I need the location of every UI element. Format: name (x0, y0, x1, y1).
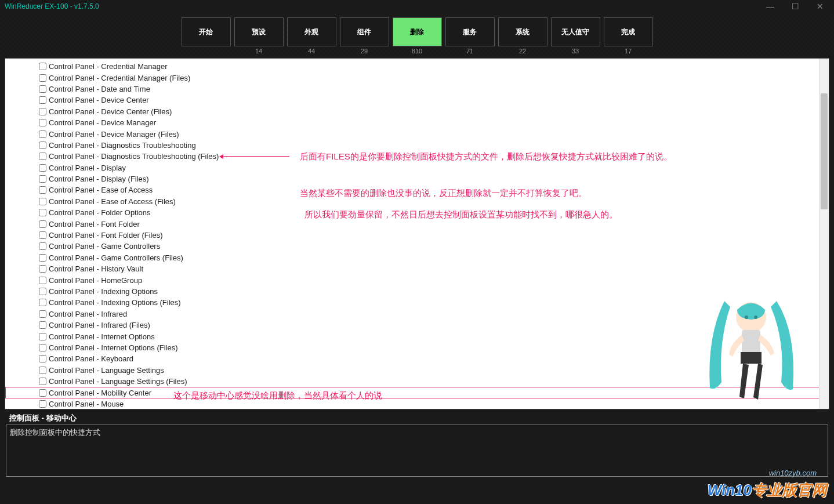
tab-5[interactable]: 服务 (445, 17, 495, 46)
tree-item-checkbox[interactable] (39, 108, 46, 115)
scrollbar[interactable] (819, 59, 829, 409)
window-title: WinReducer EX-100 - v1.7.5.0 (5, 2, 99, 10)
tree-item-checkbox[interactable] (39, 85, 46, 93)
tree-item-checkbox[interactable] (39, 74, 46, 82)
tree-item-checkbox[interactable] (39, 164, 46, 172)
tree-item-label: Control Panel - Game Controllers (Files) (49, 253, 183, 262)
tree-item-label: Control Panel - HomeGroup (49, 276, 142, 285)
tree-item-checkbox[interactable] (39, 130, 46, 138)
tree-item-checkbox[interactable] (39, 175, 46, 183)
tree-item-label: Control Panel - Language Settings (Files… (49, 377, 187, 386)
decorative-character-image (695, 289, 806, 405)
tree-item-checkbox[interactable] (39, 355, 46, 362)
tree-item-checkbox[interactable] (39, 198, 46, 205)
tree-item[interactable]: Control Panel - Font Folder (Files) (5, 230, 829, 241)
tree-item-checkbox[interactable] (39, 63, 46, 70)
minimize-button[interactable]: — (766, 2, 774, 11)
svg-point-4 (754, 316, 757, 319)
tab-6[interactable]: 系统 (498, 17, 547, 46)
tree-item[interactable]: Control Panel - Device Center (5, 95, 829, 106)
tab-0[interactable]: 开始 (182, 17, 231, 46)
tree-item[interactable]: Control Panel - Ease of Access (Files) (5, 196, 829, 207)
tree-item-checkbox[interactable] (39, 333, 46, 340)
tree-item[interactable]: Control Panel - Date and Time (5, 84, 829, 95)
titlebar: WinReducer EX-100 - v1.7.5.0 — ☐ ✕ (0, 0, 834, 13)
tree-item-label: Control Panel - Device Manager (49, 118, 156, 127)
tab-4[interactable]: 删除 (393, 17, 442, 46)
tree-item-label: Control Panel - Diagnostics Troubleshoot… (49, 152, 219, 161)
tree-item[interactable]: Control Panel - Diagnostics Troubleshoot… (5, 151, 829, 162)
tree-item-label: Control Panel - Internet Options (Files) (49, 343, 178, 352)
tree-item[interactable]: Control Panel - Credential Manager (File… (5, 72, 829, 83)
tree-item-checkbox[interactable] (39, 220, 46, 228)
tree-item-label: Control Panel - Credential Manager (49, 62, 168, 71)
tab-3[interactable]: 组件 (340, 17, 389, 46)
tree-item[interactable]: Control Panel - Display (5, 162, 829, 173)
tree-item-label: Control Panel - Infrared (49, 310, 127, 318)
tree-item[interactable]: Control Panel - History Vault (5, 263, 829, 274)
tree-item-checkbox[interactable] (39, 186, 46, 194)
tree-item-label: Control Panel - Device Center (49, 96, 149, 104)
tree-item-label: Control Panel - Language Settings (49, 366, 164, 375)
tree-item[interactable]: Control Panel - Game Controllers (5, 241, 829, 252)
tree-item[interactable]: Control Panel - Device Center (Files) (5, 106, 829, 117)
tree-item[interactable]: Control Panel - Diagnostics Troubleshoot… (5, 140, 829, 151)
tree-item-label: Control Panel - Game Controllers (49, 242, 160, 251)
tab-count-2: 44 (287, 48, 336, 55)
tree-item-checkbox[interactable] (39, 242, 46, 250)
tree-item-checkbox[interactable] (39, 119, 46, 126)
tree-item-checkbox[interactable] (39, 96, 46, 104)
tree-item-label: Control Panel - Device Manager (Files) (49, 130, 179, 139)
tree-item[interactable]: Control Panel - Device Manager (Files) (5, 128, 829, 139)
status-label: 控制面板 - 移动中心 (6, 412, 80, 425)
tree-item-label: Control Panel - Font Folder (49, 220, 140, 229)
tree-item-checkbox[interactable] (39, 389, 46, 397)
status-area: 控制面板 - 移动中心 删除控制面板中的快捷方式 (6, 412, 828, 477)
tab-count-6: 22 (498, 48, 547, 55)
tree-item-checkbox[interactable] (39, 142, 46, 149)
tree-item-checkbox[interactable] (39, 400, 46, 408)
tab-count-3: 29 (340, 48, 389, 55)
svg-point-3 (745, 316, 748, 319)
tree-item-checkbox[interactable] (39, 367, 46, 374)
tree-item-checkbox[interactable] (39, 254, 46, 262)
tree-item[interactable]: Control Panel - Device Manager (5, 117, 829, 128)
status-description: 删除控制面板中的快捷方式 (6, 425, 828, 477)
tab-2[interactable]: 外观 (287, 17, 336, 46)
watermark-logo-a: Win10 (708, 481, 752, 499)
tree-item[interactable]: Control Panel - Folder Options (5, 207, 829, 218)
tree-item-checkbox[interactable] (39, 153, 46, 160)
tree-item[interactable]: Control Panel - HomeGroup (5, 274, 829, 285)
tab-count-5: 71 (445, 48, 495, 55)
tab-7[interactable]: 无人值守 (551, 17, 600, 46)
tree-item[interactable]: Control Panel - Display (Files) (5, 173, 829, 184)
tree-item-checkbox[interactable] (39, 288, 46, 295)
tab-1[interactable]: 预设 (234, 17, 284, 46)
tree-item-checkbox[interactable] (39, 321, 46, 329)
tree-item-label: Control Panel - Mobility Center (49, 389, 151, 397)
tree-item-checkbox[interactable] (39, 209, 46, 216)
tab-count-8: 17 (604, 48, 653, 55)
tree-item-checkbox[interactable] (39, 299, 46, 306)
tree-item-checkbox[interactable] (39, 344, 46, 351)
tree-item-checkbox[interactable] (39, 265, 46, 273)
tree-item[interactable]: Control Panel - Font Folder (5, 218, 829, 229)
tree-item-label: Control Panel - Diagnostics Troubleshoot… (49, 141, 196, 150)
tree-item-label: Control Panel - Display (49, 164, 126, 172)
maximize-button[interactable]: ☐ (792, 2, 799, 11)
tab-8[interactable]: 完成 (604, 17, 653, 46)
watermark-logo: Win10专业版官网 (708, 480, 827, 501)
tree-item-label: Control Panel - Indexing Options (Files) (49, 298, 181, 307)
tree-item[interactable]: Control Panel - Ease of Access (5, 184, 829, 195)
tree-item-checkbox[interactable] (39, 310, 46, 318)
tree-item-checkbox[interactable] (39, 378, 46, 385)
tree-item-label: Control Panel - Display (Files) (49, 175, 149, 183)
scrollbar-thumb[interactable] (821, 93, 828, 209)
tree-item-checkbox[interactable] (39, 277, 46, 284)
tree-item-checkbox[interactable] (39, 231, 46, 239)
close-button[interactable]: ✕ (817, 2, 824, 11)
tab-bar: 开始预设外观组件删除服务系统无人值守完成 14442981071223317 (0, 13, 834, 56)
tree-item[interactable]: Control Panel - Game Controllers (Files) (5, 252, 829, 263)
tree-item[interactable]: Control Panel - Credential Manager (5, 61, 829, 72)
tree-item-label: Control Panel - Infrared (Files) (49, 321, 150, 329)
